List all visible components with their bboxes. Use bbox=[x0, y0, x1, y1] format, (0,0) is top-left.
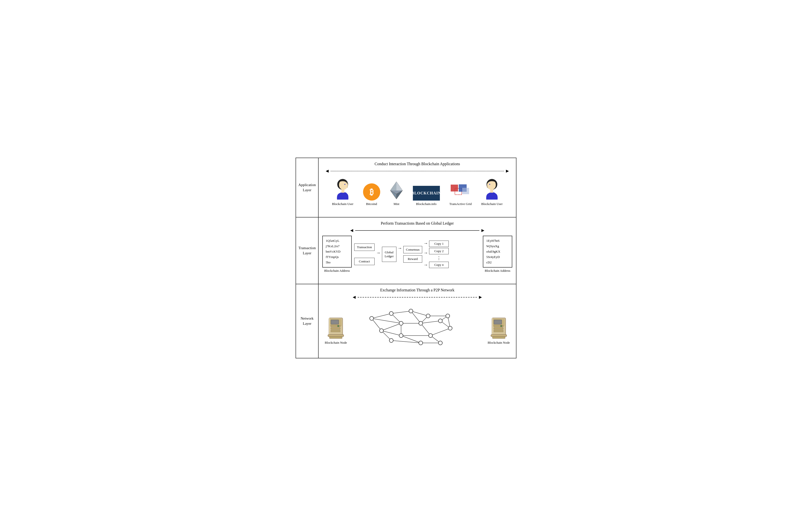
right-addr-line2: WjSyuXg bbox=[486, 243, 509, 249]
app-dotted-line bbox=[331, 171, 504, 171]
svg-point-16 bbox=[489, 184, 490, 185]
svg-line-45 bbox=[431, 328, 450, 336]
blockchain-info-item: BLOCKCHAIN Blockchain.info bbox=[413, 186, 440, 206]
tx-solid-line bbox=[355, 230, 480, 231]
bitcoind-label: Bitcoind bbox=[366, 202, 377, 206]
left-addr-line1: 1Q5ztGyL bbox=[326, 238, 348, 243]
svg-point-63 bbox=[399, 334, 403, 338]
reward-box: Reward bbox=[403, 255, 423, 263]
dots-indicator: ⋮ bbox=[437, 255, 441, 261]
blockchain-info-text: BLOCKCHAIN bbox=[411, 191, 441, 195]
diagram-container: ApplicationLayer Conduct Interaction Thr… bbox=[295, 157, 517, 359]
left-addr-line3: bmVcKYD bbox=[326, 249, 348, 254]
svg-rect-12 bbox=[462, 188, 469, 194]
bitcoin-icon: ₿ bbox=[363, 183, 380, 201]
transactive-svg bbox=[450, 183, 471, 201]
left-node-label: Blockchain Node bbox=[325, 341, 347, 345]
mist-icon bbox=[390, 181, 403, 201]
person-left-svg bbox=[334, 177, 351, 200]
tx-main-content: 1Q5ztGyL j7KxL2rs7 bmVcKYD fTYmpQs 5bo B… bbox=[322, 236, 512, 273]
transaction-box: Transaction bbox=[354, 243, 375, 251]
svg-point-58 bbox=[399, 321, 403, 325]
svg-rect-26 bbox=[329, 337, 342, 339]
svg-rect-24 bbox=[329, 318, 330, 335]
svg-line-30 bbox=[391, 311, 411, 314]
application-layer-row: ApplicationLayer Conduct Interaction Thr… bbox=[296, 158, 516, 217]
right-address-block: 1EyH7htS WjSyuXg ofuE9gKX 5Sr4yEyD cD2 B… bbox=[483, 236, 512, 273]
right-addr-line3: ofuE9gKX bbox=[486, 249, 509, 254]
svg-rect-2 bbox=[342, 189, 344, 193]
blockchain-info-icon: BLOCKCHAIN bbox=[413, 186, 440, 201]
left-user-item: Blockchain User bbox=[332, 177, 353, 206]
transactive-icon bbox=[450, 183, 471, 201]
net-main-content: Blockchain Node bbox=[322, 304, 512, 354]
network-layer-label: NetworkLayer bbox=[296, 284, 318, 358]
svg-point-3 bbox=[344, 184, 345, 185]
right-addr-line1: 1EyH7htS bbox=[486, 238, 509, 243]
transaction-layer-content: Perform Transactions Based on Global Led… bbox=[318, 218, 516, 284]
svg-line-41 bbox=[421, 323, 431, 336]
svg-line-34 bbox=[381, 323, 401, 331]
app-dotted-arrow: ◄ ► bbox=[322, 168, 512, 174]
svg-point-52 bbox=[370, 316, 374, 320]
svg-line-32 bbox=[411, 311, 428, 316]
svg-point-60 bbox=[438, 319, 442, 323]
svg-point-57 bbox=[379, 329, 383, 333]
consensus-stack: Consensus Reward bbox=[403, 246, 423, 263]
network-layer-row: NetworkLayer Exchange Information Throug… bbox=[296, 284, 516, 358]
copyn-box: Copy n bbox=[429, 262, 449, 268]
net-layer-title: Exchange Information Through a P2P Netwo… bbox=[322, 288, 512, 292]
svg-rect-15 bbox=[490, 189, 493, 193]
contract-box: Contract bbox=[354, 258, 375, 265]
arrows-to-copies: → → → bbox=[422, 241, 429, 267]
svg-point-64 bbox=[429, 334, 433, 338]
transaction-layer-row: TransactionLayer Perform Transactions Ba… bbox=[296, 217, 516, 284]
arrow-to-ledger: → bbox=[375, 250, 382, 256]
transaction-layer-label: TransactionLayer bbox=[296, 218, 318, 284]
svg-point-61 bbox=[448, 326, 452, 330]
svg-point-54 bbox=[409, 309, 413, 313]
svg-point-73 bbox=[500, 325, 502, 327]
copy-arrow-3: → bbox=[424, 262, 428, 267]
left-user-label: Blockchain User bbox=[332, 202, 353, 206]
input-stack: Transaction Contract bbox=[354, 243, 375, 265]
copy1-box: Copy 1 bbox=[429, 240, 449, 247]
network-layer-content: Exchange Information Through a P2P Netwo… bbox=[318, 284, 516, 358]
net-arrow-row: ◄ ► bbox=[322, 294, 512, 300]
svg-line-49 bbox=[391, 341, 421, 343]
right-node-item: Blockchain Node bbox=[488, 313, 510, 345]
right-arrow-2: → bbox=[398, 246, 402, 251]
app-arrow-left-icon: ◄ bbox=[325, 168, 330, 174]
global-ledger-box: GlobalLedger bbox=[382, 247, 397, 262]
right-address-box: 1EyH7htS WjSyuXg ofuE9gKX 5Sr4yEyD cD2 bbox=[483, 236, 512, 267]
app-arrow-right-icon: ► bbox=[505, 168, 510, 174]
transactive-item: TransActive Grid bbox=[450, 183, 472, 206]
tx-arrow-row: ◄ ► bbox=[322, 228, 512, 233]
svg-rect-22 bbox=[331, 330, 340, 332]
arrows-to-consensus: → → bbox=[397, 246, 403, 263]
right-server-svg bbox=[489, 313, 509, 339]
svg-line-47 bbox=[401, 336, 421, 343]
svg-line-28 bbox=[372, 318, 381, 331]
right-user-label: Blockchain User bbox=[481, 202, 502, 206]
right-node-label: Blockchain Node bbox=[488, 341, 510, 345]
right-addr-line5: cD2 bbox=[486, 260, 509, 265]
left-addr-line2: j7KxL2rs7 bbox=[326, 243, 348, 249]
svg-point-65 bbox=[419, 341, 423, 345]
left-node-item: Blockchain Node bbox=[325, 313, 347, 345]
app-layer-title: Conduct Interaction Through Blockchain A… bbox=[322, 162, 512, 166]
left-server-svg bbox=[326, 313, 346, 339]
net-arrow-right-icon: ► bbox=[478, 294, 483, 300]
svg-point-62 bbox=[389, 339, 393, 342]
blockchain-info-label: Blockchain.info bbox=[416, 202, 436, 206]
tx-arrow-left-icon: ◄ bbox=[349, 228, 354, 233]
right-arrow-1: → bbox=[376, 250, 380, 256]
tx-arrow-right-icon: ► bbox=[481, 228, 485, 233]
left-addr-line4: fTYmpQs bbox=[326, 254, 348, 260]
left-addr-line5: 5bo bbox=[326, 260, 348, 265]
right-user-avatar bbox=[483, 177, 500, 201]
eth-svg bbox=[390, 181, 403, 200]
svg-point-53 bbox=[389, 312, 393, 315]
copy2-box: Copy 2 bbox=[429, 248, 449, 254]
copies-section: Copy 1 Copy 2 ⋮ Copy n bbox=[429, 240, 449, 268]
